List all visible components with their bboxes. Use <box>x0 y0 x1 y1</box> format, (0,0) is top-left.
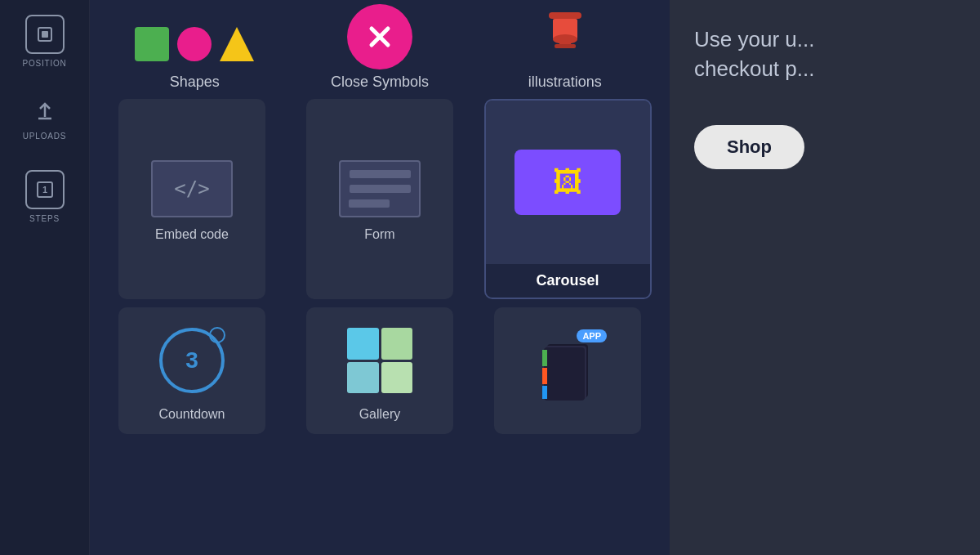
svg-rect-1 <box>42 31 48 38</box>
right-panel-content: Use your u...checkout p... Shop <box>670 0 980 555</box>
sidebar: POSITION UPLOADS 1 STEPS <box>0 0 90 555</box>
svg-rect-8 <box>549 12 581 19</box>
carousel-preview: < 🖼 > <box>486 101 650 264</box>
sidebar-item-steps[interactable]: 1 STEPS <box>19 163 71 230</box>
form-label: Form <box>364 227 394 242</box>
sidebar-item-uploads[interactable]: UPLOADS <box>16 91 73 147</box>
carousel-inner: 🖼 <box>514 150 621 215</box>
countdown-circle: 3 <box>159 328 225 393</box>
shape-square <box>135 27 169 61</box>
shop-button[interactable]: Shop <box>694 125 804 169</box>
shape-triangle <box>220 27 254 61</box>
close-symbol-preview <box>347 4 412 69</box>
uploads-icon <box>32 97 58 127</box>
panels-area: Shapes Close Symbols illustrations </> E… <box>90 0 670 555</box>
carousel-item[interactable]: < 🖼 > Carousel <box>484 99 652 299</box>
shapes-category-label: Shapes <box>170 74 220 90</box>
shape-circle <box>177 27 212 61</box>
form-item[interactable]: Form <box>306 99 453 299</box>
svg-rect-18 <box>542 386 547 399</box>
countdown-item[interactable]: 3 Countdown <box>118 307 265 434</box>
position-icon <box>25 15 65 54</box>
svg-rect-17 <box>542 368 547 384</box>
illustration-preview <box>532 4 598 69</box>
svg-rect-11 <box>559 39 571 44</box>
countdown-label: Countdown <box>159 407 225 422</box>
svg-rect-12 <box>555 44 576 48</box>
app-item[interactable]: APP <box>494 307 641 434</box>
gallery-cell-3 <box>347 362 379 394</box>
right-panel-text: Use your u...checkout p... <box>694 25 956 84</box>
position-label: POSITION <box>22 59 66 68</box>
steps-label: STEPS <box>29 214 60 223</box>
gallery-icon <box>339 324 421 397</box>
embed-code-icon: </> <box>151 160 233 217</box>
shapes-preview <box>127 19 262 69</box>
sidebar-item-position[interactable]: POSITION <box>16 8 73 74</box>
close-symbols-category-label: Close Symbols <box>331 74 429 90</box>
gallery-label: Gallery <box>359 407 401 422</box>
embed-code-item[interactable]: </> Embed code <box>118 99 265 299</box>
app-badge: APP <box>577 329 607 342</box>
countdown-target <box>209 327 225 343</box>
carousel-image-icon: 🖼 <box>553 165 582 199</box>
gallery-cell-1 <box>347 328 379 360</box>
uploads-label: UPLOADS <box>23 132 66 141</box>
svg-rect-15 <box>544 347 585 401</box>
category-headers: Shapes Close Symbols illustrations <box>90 74 670 99</box>
countdown-icon: 3 <box>151 324 233 397</box>
svg-rect-16 <box>542 350 547 366</box>
carousel-label-bar: Carousel <box>486 264 650 298</box>
svg-text:1: 1 <box>42 185 47 195</box>
gallery-cell-4 <box>381 362 413 394</box>
form-icon <box>339 160 421 217</box>
file-icon-wrapper: APP <box>535 336 600 410</box>
gallery-grid <box>347 328 412 393</box>
gallery-item[interactable]: Gallery <box>306 307 453 434</box>
gallery-cell-2 <box>381 328 413 360</box>
carousel-label: Carousel <box>536 272 599 289</box>
right-panel: Use your u...checkout p... Shop <box>670 0 980 555</box>
embed-code-label: Embed code <box>155 227 229 242</box>
steps-icon: 1 <box>25 170 65 209</box>
file-icon <box>535 336 600 410</box>
illustrations-category-label: illustrations <box>528 74 602 90</box>
